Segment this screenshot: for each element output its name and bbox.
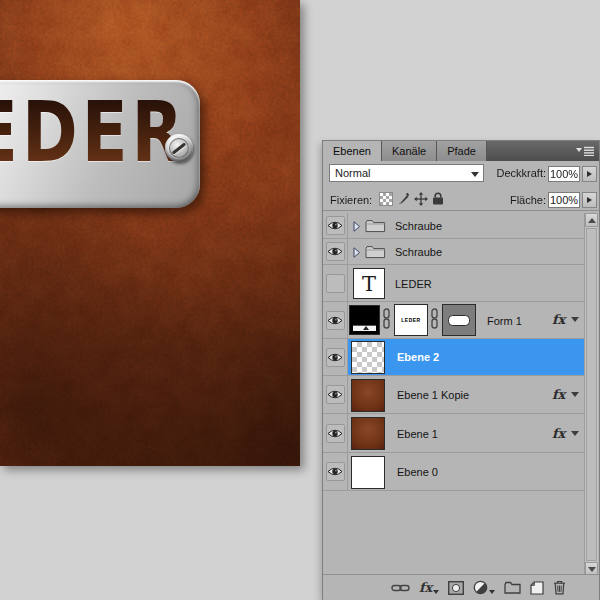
fx-collapse-arrow[interactable]	[571, 317, 579, 322]
fx-badge[interactable]: fx	[552, 387, 565, 402]
new-layer-icon	[530, 581, 544, 595]
fx-badge[interactable]: fx	[552, 426, 565, 441]
trash-icon	[553, 580, 566, 595]
visibility-toggle[interactable]	[326, 242, 345, 261]
folder-icon	[365, 245, 386, 259]
new-layer-button[interactable]	[530, 581, 544, 595]
layer-row-ebene2[interactable]: Ebene 2	[323, 339, 585, 376]
chevron-down-icon	[433, 590, 439, 594]
layer-row-ebene1-kopie[interactable]: Ebene 1 Kopie fx	[323, 376, 585, 414]
tab-kanaele[interactable]: Kanäle	[382, 141, 437, 161]
gradient-slider	[353, 325, 376, 331]
visibility-toggle[interactable]	[326, 424, 345, 443]
new-group-button[interactable]	[504, 581, 521, 594]
lock-position-button[interactable]	[413, 191, 428, 206]
layer-mask-thumbnail[interactable]: LEDER	[394, 304, 428, 336]
layer-row-schraube-2[interactable]: Schraube	[323, 239, 585, 265]
lock-pixels-button[interactable]	[396, 191, 411, 206]
lock-transparency-button[interactable]	[378, 191, 393, 206]
blend-mode-value: Normal	[335, 167, 370, 179]
text-layer-thumbnail[interactable]: T	[353, 268, 385, 299]
lock-transparency-icon	[379, 192, 393, 206]
link-icon	[430, 308, 439, 330]
opacity-slider-button[interactable]	[582, 166, 597, 182]
eye-icon	[327, 389, 343, 400]
layers-panel: Ebenen Kanäle Pfade Normal Deckkraft: 10…	[322, 140, 600, 600]
mask-text: LEDER	[395, 305, 427, 335]
type-layer-T: T	[354, 269, 384, 298]
move-icon	[414, 192, 428, 206]
layer-name[interactable]: Ebene 0	[397, 466, 438, 478]
fill-slider-button[interactable]	[582, 192, 597, 208]
fill-layer-thumbnail[interactable]	[349, 305, 380, 335]
chevron-down-icon	[471, 172, 479, 177]
document-canvas[interactable]: EDER	[0, 0, 300, 466]
layer-row-ebene0[interactable]: Ebene 0	[323, 453, 585, 491]
eye-icon	[327, 246, 343, 257]
opacity-label: Deckkraft:	[490, 167, 546, 179]
link-icon	[391, 583, 410, 593]
eye-icon	[327, 315, 343, 326]
layer-mask-icon	[448, 581, 464, 595]
new-adjustment-layer-button[interactable]	[473, 580, 495, 595]
visibility-toggle[interactable]	[326, 216, 345, 235]
layer-name[interactable]: LEDER	[395, 278, 432, 290]
vector-mask-thumbnail[interactable]	[442, 304, 476, 336]
layer-name[interactable]: Schraube	[395, 220, 442, 232]
fx-collapse-arrow[interactable]	[571, 431, 579, 436]
fill-value-field[interactable]: 100%	[548, 192, 580, 208]
opacity-value-field[interactable]: 100%	[548, 166, 580, 182]
layer-thumbnail[interactable]	[351, 341, 385, 374]
brush-icon	[397, 192, 410, 205]
tab-pfade[interactable]: Pfade	[437, 141, 487, 161]
visibility-toggle-off[interactable]	[326, 274, 345, 293]
folder-icon	[504, 581, 521, 594]
folder-icon	[365, 219, 386, 233]
leather-noise-fine	[0, 0, 300, 466]
layer-row-schraube-1[interactable]: Schraube	[323, 213, 585, 239]
panel-tabbar: Ebenen Kanäle Pfade	[323, 141, 599, 161]
layer-name[interactable]: Form 1	[487, 315, 522, 327]
layer-style-button[interactable]: fx	[419, 580, 439, 595]
eye-icon	[327, 428, 343, 439]
blend-mode-select[interactable]: Normal	[329, 164, 484, 182]
panel-menu-icon[interactable]	[571, 141, 599, 161]
lock-label: Fixieren:	[330, 194, 372, 206]
group-expand-arrow[interactable]	[353, 221, 361, 232]
layer-thumbnail[interactable]	[351, 379, 385, 412]
visibility-toggle[interactable]	[326, 348, 345, 367]
fill-label: Fläche:	[490, 194, 546, 206]
scroll-up-button[interactable]	[585, 213, 598, 227]
delete-layer-button[interactable]	[553, 580, 566, 595]
layer-row-leder[interactable]: T LEDER	[323, 265, 585, 302]
eye-icon	[327, 220, 343, 231]
link-layers-button[interactable]	[391, 583, 410, 593]
visibility-toggle[interactable]	[326, 311, 345, 330]
visibility-toggle[interactable]	[326, 385, 345, 404]
layers-bottom-toolbar: fx	[323, 574, 599, 600]
chevron-down-icon	[489, 590, 495, 594]
visibility-toggle[interactable]	[326, 462, 345, 481]
layer-name[interactable]: Ebene 1	[397, 428, 438, 440]
layer-row-form1[interactable]: LEDER Form 1 fx	[323, 302, 585, 339]
add-layer-mask-button[interactable]	[448, 581, 464, 595]
layer-thumbnail[interactable]	[351, 417, 385, 450]
fx-collapse-arrow[interactable]	[571, 392, 579, 397]
layer-row-ebene1[interactable]: Ebene 1 fx	[323, 414, 585, 453]
screw	[165, 134, 193, 162]
lock-all-button[interactable]	[430, 191, 445, 206]
layer-name[interactable]: Schraube	[395, 246, 442, 258]
layer-name[interactable]: Ebene 1 Kopie	[397, 389, 469, 401]
layers-scrollbar[interactable]	[584, 213, 598, 576]
scrollbar-thumb[interactable]	[586, 228, 597, 561]
group-expand-arrow[interactable]	[353, 247, 361, 258]
link-icon	[382, 308, 391, 330]
tab-ebenen[interactable]: Ebenen	[323, 141, 382, 161]
eye-icon	[327, 466, 343, 477]
eye-icon	[327, 352, 343, 363]
fx-icon: fx	[419, 580, 432, 595]
adjustment-layer-icon	[473, 580, 488, 595]
fx-badge[interactable]: fx	[552, 312, 565, 327]
layer-name[interactable]: Ebene 2	[397, 351, 439, 363]
layer-thumbnail[interactable]	[351, 456, 385, 489]
